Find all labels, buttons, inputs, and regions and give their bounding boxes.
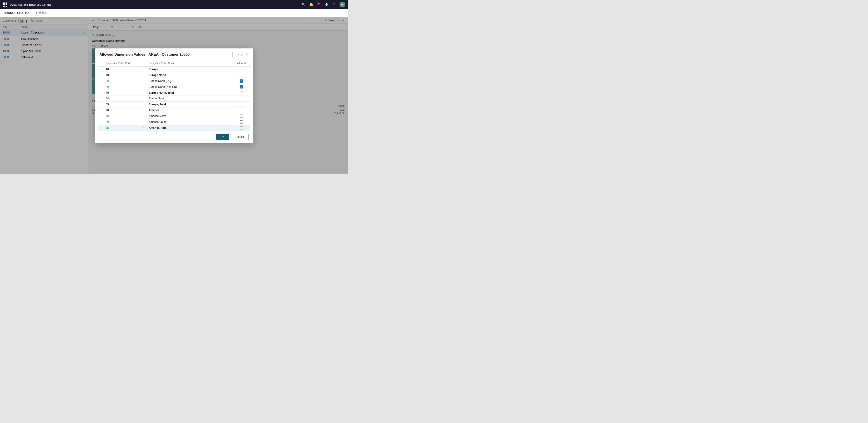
cell-more: [141, 113, 147, 119]
cell-more[interactable]: ⋮: [141, 125, 147, 131]
dialog-table-wrap: Dimension Value Code Dimension Value Nam…: [95, 60, 253, 131]
cell-code: 85: [104, 125, 141, 131]
allowed-checkbox[interactable]: [240, 103, 243, 106]
table-row[interactable]: 60 America: [98, 107, 250, 113]
allowed-checkbox[interactable]: [240, 114, 243, 118]
allowed-checkbox[interactable]: [240, 91, 243, 94]
allowed-checkbox[interactable]: [240, 68, 243, 71]
allowed-checkbox[interactable]: [240, 126, 243, 130]
search-icon[interactable]: 🔍: [301, 2, 306, 6]
cell-more: [141, 66, 147, 72]
cell-name: Europe North: [147, 72, 232, 78]
cell-code: 20: [104, 72, 141, 78]
cell-more: [141, 72, 147, 78]
cell-more: [141, 84, 147, 90]
cell-allowed[interactable]: [232, 107, 250, 113]
cell-name: America North: [147, 113, 232, 119]
flag-icon[interactable]: 🚩: [317, 2, 321, 6]
cell-allowed[interactable]: [232, 90, 250, 96]
chevron-down-icon: ▾: [46, 11, 48, 15]
nav-separator: |: [33, 11, 33, 15]
cell-code: 60: [104, 107, 141, 113]
code-link[interactable]: 40: [106, 85, 109, 88]
allowed-checkbox[interactable]: [240, 97, 243, 100]
cell-allowed[interactable]: [232, 119, 250, 125]
cell-code: 80: [104, 119, 141, 125]
cell-name: America South: [147, 119, 232, 125]
allowed-checkbox[interactable]: [240, 85, 243, 88]
cell-name: Europe: [147, 66, 232, 72]
col-header-actions: [141, 60, 147, 66]
table-row[interactable]: 30 Europe North (EU): [98, 78, 250, 84]
allowed-checkbox[interactable]: [240, 120, 243, 123]
cell-allowed[interactable]: [232, 102, 250, 107]
table-row[interactable]: 10 Europe: [98, 66, 250, 72]
cell-allowed[interactable]: [232, 84, 250, 90]
code-link[interactable]: 30: [106, 80, 109, 83]
dialog-footer: OK Cancel: [95, 131, 253, 143]
grid-icon: [3, 2, 7, 7]
table-row[interactable]: 55 Europe, Total: [98, 102, 250, 107]
cell-arrow: [98, 113, 104, 119]
finance-menu[interactable]: Finance ▾: [36, 11, 48, 15]
cell-name: Europe North (Non EU): [147, 84, 232, 90]
table-body: 10 Europe 20 Europe North: [98, 66, 250, 131]
allowed-checkbox[interactable]: [240, 109, 243, 112]
ok-button[interactable]: OK: [216, 134, 229, 140]
app-title: Dynamics 365 Business Central: [10, 3, 51, 6]
dialog-expand-icon[interactable]: ⤢: [241, 53, 243, 56]
cell-name: Europe North (EU): [147, 78, 232, 84]
cell-more: [141, 119, 147, 125]
cell-arrow: [98, 90, 104, 96]
cell-name: Europe, Total: [147, 102, 232, 107]
dialog-close-button[interactable]: ✕: [245, 52, 249, 57]
table-row[interactable]: 80 America South: [98, 119, 250, 125]
cell-allowed[interactable]: [232, 72, 250, 78]
cell-name: America, Total: [147, 125, 232, 131]
modal-backdrop[interactable]: Allowed Dimension Values - AREA - Custom…: [0, 17, 348, 174]
cell-allowed[interactable]: [232, 96, 250, 102]
cell-name: America: [147, 107, 232, 113]
settings-icon[interactable]: ⚙: [325, 2, 328, 6]
dialog-title: Allowed Dimension Values - AREA - Custom…: [99, 53, 230, 57]
code-link[interactable]: 70: [106, 114, 109, 118]
table-row[interactable]: 45 Europe North, Total: [98, 90, 250, 96]
table-row[interactable]: 40 Europe North (Non EU): [98, 84, 250, 90]
row-more-icon[interactable]: ⋮: [142, 126, 145, 130]
allowed-checkbox[interactable]: [240, 80, 243, 83]
table-row[interactable]: 20 Europe North: [98, 72, 250, 78]
col-header-allowed: Allowed: [232, 60, 250, 66]
allowed-checkbox[interactable]: [240, 74, 243, 77]
cancel-button[interactable]: Cancel: [231, 134, 249, 140]
cell-more: [141, 78, 147, 84]
cell-arrow: [98, 66, 104, 72]
table-row[interactable]: 50 Europe South: [98, 96, 250, 102]
code-link[interactable]: 80: [106, 120, 109, 123]
cell-name: Europe North, Total: [147, 90, 232, 96]
cell-arrow: →: [98, 125, 104, 131]
table-row[interactable]: 70 America North: [98, 113, 250, 119]
cell-more: [141, 96, 147, 102]
cell-arrow: [98, 102, 104, 107]
bell-icon[interactable]: 🔔: [309, 2, 313, 6]
table-header-row: Dimension Value Code Dimension Value Nam…: [98, 60, 250, 66]
cell-allowed[interactable]: [232, 113, 250, 119]
cell-arrow: [98, 78, 104, 84]
col-header-name: Dimension Value Name: [147, 60, 232, 66]
code-link[interactable]: 85: [106, 126, 109, 130]
app-logo[interactable]: Dynamics 365 Business Central: [3, 2, 51, 7]
cell-allowed[interactable]: [232, 125, 250, 131]
cell-allowed[interactable]: [232, 78, 250, 84]
col-header-arrow: [98, 60, 104, 66]
user-avatar[interactable]: IK: [340, 2, 345, 7]
cell-name: Europe South: [147, 96, 232, 102]
cell-allowed[interactable]: [232, 66, 250, 72]
top-bar-actions: 🔍 🔔 🚩 ⚙ ❓ IK: [301, 2, 345, 7]
cell-code: 30: [104, 78, 141, 84]
help-icon[interactable]: ❓: [332, 2, 336, 6]
dialog-header: Allowed Dimension Values - AREA - Custom…: [95, 49, 253, 60]
code-link[interactable]: 50: [106, 97, 109, 100]
cell-code: 70: [104, 113, 141, 119]
table-row[interactable]: → 85 ⋮ America, Total: [98, 125, 250, 131]
dialog-more-options[interactable]: ⋯: [235, 52, 239, 57]
